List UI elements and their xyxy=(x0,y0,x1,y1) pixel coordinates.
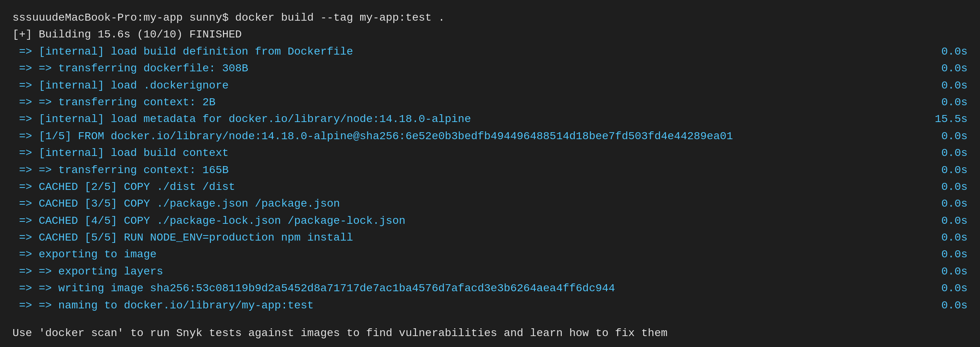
build-line-content: => => transferring dockerfile: 308B xyxy=(12,60,934,77)
prompt-text: sssuuudeMacBook-Pro:my-app sunny$ docker… xyxy=(12,9,968,26)
build-line-content: => [internal] load .dockerignore xyxy=(12,77,934,94)
build-line-content: => => transferring context: 165B xyxy=(12,162,934,179)
note-text: Use 'docker scan' to run Snyk tests agai… xyxy=(12,327,667,339)
building-text: [+] Building 15.6s (10/10) FINISHED xyxy=(12,26,968,43)
build-line-content: => exporting to image xyxy=(12,246,934,263)
build-line-time: 0.0s xyxy=(934,229,968,246)
build-line-content: => [internal] load build definition from… xyxy=(12,43,934,60)
build-line-content: => CACHED [5/5] RUN NODE_ENV=production … xyxy=(12,229,934,246)
build-line-time: 0.0s xyxy=(934,195,968,212)
build-line-time: 0.0s xyxy=(934,128,968,145)
build-line-content: => CACHED [3/5] COPY ./package.json /pac… xyxy=(12,195,934,212)
build-line-time: 0.0s xyxy=(934,60,968,77)
build-line-time: 0.0s xyxy=(934,77,968,94)
build-line: => [internal] load build context0.0s xyxy=(12,145,968,161)
build-line: => => transferring dockerfile: 308B0.0s xyxy=(12,60,968,77)
build-line-time: 15.5s xyxy=(927,111,968,127)
build-line: => => naming to docker.io/library/my-app… xyxy=(12,297,968,314)
build-line: => => writing image sha256:53c08119b9d2a… xyxy=(12,280,968,297)
build-line: => => exporting layers0.0s xyxy=(12,263,968,280)
build-line: => CACHED [2/5] COPY ./dist /dist0.0s xyxy=(12,179,968,195)
build-line-time: 0.0s xyxy=(934,280,968,297)
build-line-content: => => transferring context: 2B xyxy=(12,94,934,111)
build-line-content: => CACHED [4/5] COPY ./package-lock.json… xyxy=(12,212,934,229)
build-line-content: => => exporting layers xyxy=(12,263,934,280)
build-line: => => transferring context: 2B0.0s xyxy=(12,94,968,111)
build-line-time: 0.0s xyxy=(934,263,968,280)
build-output: => [internal] load build definition from… xyxy=(12,43,968,314)
build-line-time: 0.0s xyxy=(934,94,968,111)
build-line: => CACHED [3/5] COPY ./package.json /pac… xyxy=(12,195,968,212)
build-line-content: => [internal] load build context xyxy=(12,145,934,161)
build-line: => => transferring context: 165B0.0s xyxy=(12,162,968,179)
build-line: => exporting to image0.0s xyxy=(12,246,968,263)
build-line-time: 0.0s xyxy=(934,246,968,263)
build-line-time: 0.0s xyxy=(934,179,968,195)
build-line-content: => CACHED [2/5] COPY ./dist /dist xyxy=(12,179,934,195)
note-line: Use 'docker scan' to run Snyk tests agai… xyxy=(12,325,968,342)
terminal: sssuuudeMacBook-Pro:my-app sunny$ docker… xyxy=(12,9,968,342)
building-line: [+] Building 15.6s (10/10) FINISHED xyxy=(12,26,968,43)
build-line-time: 0.0s xyxy=(934,297,968,314)
prompt-line: sssuuudeMacBook-Pro:my-app sunny$ docker… xyxy=(12,9,968,26)
build-line: => [1/5] FROM docker.io/library/node:14.… xyxy=(12,128,968,145)
build-line: => CACHED [5/5] RUN NODE_ENV=production … xyxy=(12,229,968,246)
build-line-time: 0.0s xyxy=(934,162,968,179)
build-line-time: 0.0s xyxy=(934,43,968,60)
build-line-content: => => writing image sha256:53c08119b9d2a… xyxy=(12,280,934,297)
build-line: => [internal] load .dockerignore0.0s xyxy=(12,77,968,94)
build-line: => CACHED [4/5] COPY ./package-lock.json… xyxy=(12,212,968,229)
build-line: => [internal] load build definition from… xyxy=(12,43,968,60)
build-line-content: => [internal] load metadata for docker.i… xyxy=(12,111,927,127)
build-line-content: => [1/5] FROM docker.io/library/node:14.… xyxy=(12,128,934,145)
build-line-content: => => naming to docker.io/library/my-app… xyxy=(12,297,934,314)
build-line: => [internal] load metadata for docker.i… xyxy=(12,111,968,127)
build-line-time: 0.0s xyxy=(934,212,968,229)
build-line-time: 0.0s xyxy=(934,145,968,161)
